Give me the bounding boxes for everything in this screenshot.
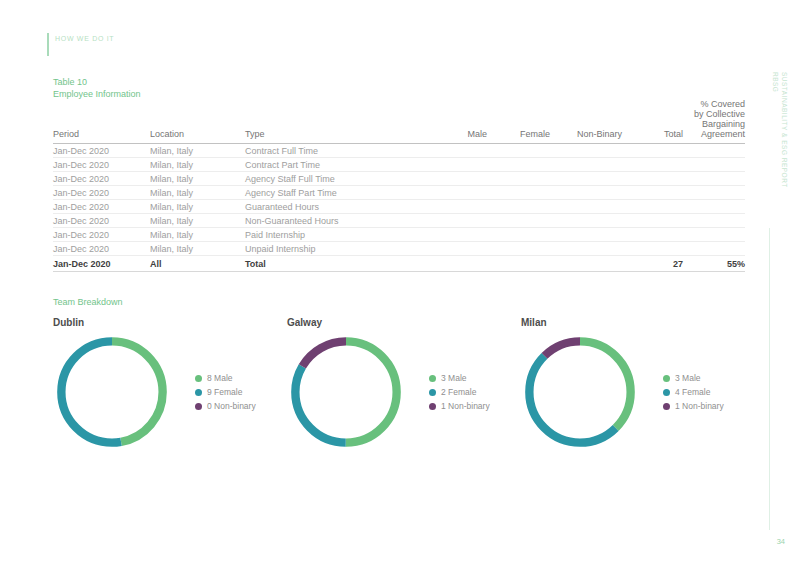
table-title: Table 10 Employee Information bbox=[53, 76, 141, 100]
table-cell bbox=[550, 172, 622, 186]
table-cell: Unpaid Internship bbox=[245, 242, 425, 256]
chart-legend: 3 Male2 Female1 Non-binary bbox=[429, 369, 490, 415]
table-cell bbox=[425, 172, 487, 186]
table-cell bbox=[622, 158, 683, 172]
legend-label: 1 Non-binary bbox=[441, 401, 490, 411]
table-cell: Contract Part Time bbox=[245, 158, 425, 172]
legend-dot-icon bbox=[429, 375, 436, 382]
table-cell bbox=[425, 200, 487, 214]
table-cell bbox=[622, 144, 683, 158]
table-cell bbox=[683, 200, 745, 214]
chart-city-title: Dublin bbox=[53, 317, 287, 328]
side-banner-line2: SUSTAINABILITY & ESG REPORT bbox=[780, 72, 789, 188]
table-cell bbox=[622, 200, 683, 214]
table-cell bbox=[683, 172, 745, 186]
donut-chart-milan bbox=[521, 333, 639, 451]
table-cell: Jan-Dec 2020 bbox=[53, 200, 150, 214]
table-cell bbox=[425, 242, 487, 256]
legend-label: 3 Male bbox=[675, 373, 701, 383]
side-divider-line bbox=[769, 228, 770, 530]
table-cell bbox=[550, 186, 622, 200]
chart-legend: 3 Male4 Female1 Non-binary bbox=[663, 369, 724, 415]
table-cell: Jan-Dec 2020 bbox=[53, 144, 150, 158]
legend-item-non-binary: 1 Non-binary bbox=[663, 401, 724, 411]
legend-item-male: 3 Male bbox=[429, 373, 490, 383]
table-cell bbox=[683, 242, 745, 256]
chart-city-title: Galway bbox=[287, 317, 521, 328]
table-cell: 55% bbox=[683, 256, 745, 272]
col-type: Type bbox=[245, 99, 425, 144]
table-cell: Jan-Dec 2020 bbox=[53, 242, 150, 256]
report-side-banner: RBSG SUSTAINABILITY & ESG REPORT bbox=[771, 72, 789, 188]
table-cell: Jan-Dec 2020 bbox=[53, 186, 150, 200]
page-number: 34 bbox=[777, 537, 785, 546]
table-cell bbox=[487, 242, 550, 256]
team-breakdown-heading: Team Breakdown bbox=[53, 297, 123, 307]
table-cell bbox=[622, 214, 683, 228]
donut-chart-galway bbox=[287, 333, 405, 451]
legend-label: 3 Male bbox=[441, 373, 467, 383]
table-cell: Total bbox=[245, 256, 425, 272]
table-cell: 27 bbox=[622, 256, 683, 272]
table-cell bbox=[425, 158, 487, 172]
table-cell bbox=[425, 256, 487, 272]
table-cell bbox=[550, 200, 622, 214]
legend-item-male: 3 Male bbox=[663, 373, 724, 383]
table-cell: Milan, Italy bbox=[150, 172, 245, 186]
table-cell bbox=[622, 242, 683, 256]
table-cell bbox=[683, 186, 745, 200]
table-cell bbox=[683, 158, 745, 172]
table-row: Jan-Dec 2020Milan, ItalyNon-Guaranteed H… bbox=[53, 214, 745, 228]
table-cell: Contract Full Time bbox=[245, 144, 425, 158]
table-total-row: Jan-Dec 2020AllTotal2755% bbox=[53, 256, 745, 272]
table-cell: Guaranteed Hours bbox=[245, 200, 425, 214]
col-location: Location bbox=[150, 99, 245, 144]
legend-dot-icon bbox=[663, 403, 670, 410]
table-cell: Jan-Dec 2020 bbox=[53, 158, 150, 172]
table-cell: Milan, Italy bbox=[150, 158, 245, 172]
chart-group-dublin: Dublin8 Male9 Female0 Non-binary bbox=[53, 317, 287, 451]
legend-item-non-binary: 0 Non-binary bbox=[195, 401, 256, 411]
table-cell bbox=[487, 172, 550, 186]
legend-item-female: 9 Female bbox=[195, 387, 256, 397]
table-cell: Jan-Dec 2020 bbox=[53, 172, 150, 186]
employee-information-table: Period Location Type Male Female Non-Bin… bbox=[53, 99, 745, 272]
table-row: Jan-Dec 2020Milan, ItalyAgency Staff Ful… bbox=[53, 172, 745, 186]
legend-dot-icon bbox=[195, 389, 202, 396]
table-row: Jan-Dec 2020Milan, ItalyAgency Staff Par… bbox=[53, 186, 745, 200]
legend-dot-icon bbox=[195, 403, 202, 410]
table-cell bbox=[550, 228, 622, 242]
legend-dot-icon bbox=[195, 375, 202, 382]
table-cell bbox=[425, 144, 487, 158]
table-row: Jan-Dec 2020Milan, ItalyPaid Internship bbox=[53, 228, 745, 242]
chart-city-title: Milan bbox=[521, 317, 755, 328]
table-cell bbox=[425, 186, 487, 200]
chart-group-galway: Galway3 Male2 Female1 Non-binary bbox=[287, 317, 521, 451]
col-period: Period bbox=[53, 99, 150, 144]
table-cell bbox=[487, 200, 550, 214]
legend-dot-icon bbox=[429, 403, 436, 410]
legend-item-non-binary: 1 Non-binary bbox=[429, 401, 490, 411]
table-cell bbox=[487, 256, 550, 272]
legend-label: 1 Non-binary bbox=[675, 401, 724, 411]
table-cell: Milan, Italy bbox=[150, 200, 245, 214]
table-cell bbox=[425, 214, 487, 228]
table-cell: Non-Guaranteed Hours bbox=[245, 214, 425, 228]
table-row: Jan-Dec 2020Milan, ItalyContract Part Ti… bbox=[53, 158, 745, 172]
col-covered: % Covered by Collective Bargaining Agree… bbox=[683, 99, 745, 144]
table-cell bbox=[550, 242, 622, 256]
table-cell: Jan-Dec 2020 bbox=[53, 228, 150, 242]
legend-label: 4 Female bbox=[675, 387, 710, 397]
table-cell bbox=[487, 144, 550, 158]
donut-chart-dublin bbox=[53, 333, 171, 451]
chart-legend: 8 Male9 Female0 Non-binary bbox=[195, 369, 256, 415]
table-cell: All bbox=[150, 256, 245, 272]
table-cell bbox=[487, 158, 550, 172]
table-cell bbox=[550, 158, 622, 172]
table-cell: Milan, Italy bbox=[150, 242, 245, 256]
col-male: Male bbox=[425, 99, 487, 144]
table-cell bbox=[622, 172, 683, 186]
table-cell bbox=[550, 144, 622, 158]
table-number: Table 10 bbox=[53, 76, 141, 88]
table-cell bbox=[622, 186, 683, 200]
